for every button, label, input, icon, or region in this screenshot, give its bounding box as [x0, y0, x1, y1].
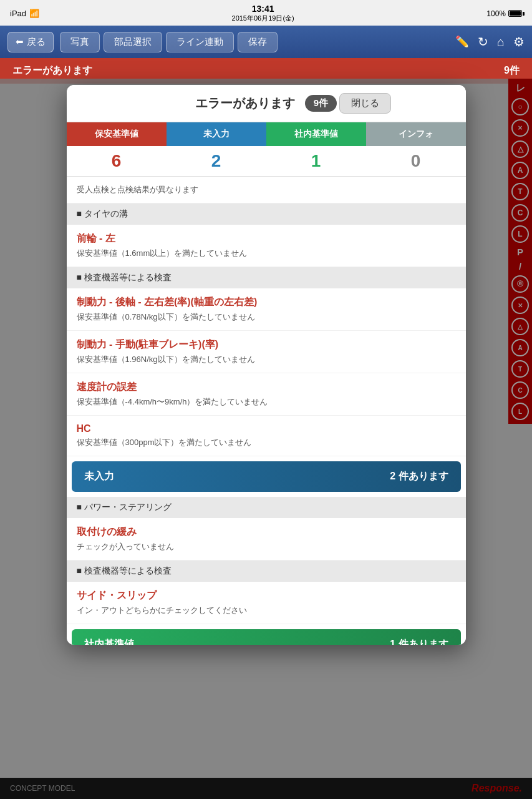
back-button[interactable]: ⬅ 戻る [7, 32, 54, 52]
error-summary-table: 保安基準値 未入力 社内基準値 インフォ 6 2 1 0 [67, 122, 466, 177]
wifi-icon: 📶 [29, 9, 39, 18]
error-desc-loose: チェックが入っていません [77, 541, 456, 552]
refresh-icon[interactable]: ↻ [478, 34, 488, 49]
error-desc-brake1: 保安基準値（0.78N/kg以下）を満たしていません [77, 311, 456, 323]
error-item-brake1: 制動力 - 後軸 - 左右差(率)(軸重の左右差) 保安基準値（0.78N/kg… [67, 288, 466, 331]
modal-badge: 9件 [305, 95, 337, 112]
ipad-screen: iPad 📶 13:41 2015年06月19日(金) 100% ⬅ 戻る 写真… [0, 0, 532, 799]
error-desc-hc: 保安基準値（300ppm以下）を満たしていません [77, 437, 456, 448]
modal-close-button[interactable]: 閉じる [339, 93, 391, 114]
green-section-header: 社内基準値 1 件あります [72, 629, 461, 645]
pencil-icon[interactable]: ✏️ [455, 35, 469, 49]
error-modal: エラーがあります 9件 閉じる 保安基準値 未入力 社内基準値 インフォ 6 2… [67, 85, 466, 645]
first-note-desc: 受人点検と点検結果が異なります [77, 184, 456, 195]
error-banner-count: 9件 [504, 64, 520, 77]
time-display: 13:41 [232, 4, 294, 14]
green-section-count: 1 件あります [390, 638, 448, 645]
green-section-label: 社内基準値 [84, 638, 134, 645]
count-uninput: 2 [167, 146, 266, 176]
count-info: 0 [366, 146, 466, 176]
error-banner-label: エラーがあります [12, 64, 92, 77]
back-arrow-icon: ⬅ [16, 36, 24, 47]
battery-label: 100% [486, 9, 506, 18]
tab-parts[interactable]: 部品選択 [104, 32, 162, 52]
first-note-item: 受人点検と点検結果が異なります [67, 177, 466, 203]
error-item-front-left: 前輪 - 左 保安基準値（1.6mm以上）を満たしていません [67, 225, 466, 267]
modal-title: エラーがあります [195, 95, 295, 112]
section-inspection: ■ 検査機器等による検査 [67, 267, 466, 288]
tab-line[interactable]: ライン連動 [166, 32, 234, 52]
error-desc-front-left: 保安基準値（1.6mm以上）を満たしていません [77, 248, 456, 259]
header-internal: 社内基準値 [266, 122, 366, 146]
battery-icon [508, 10, 522, 17]
section-power-label: ■ パワー・ステアリング [77, 502, 172, 513]
count-safety: 6 [67, 146, 167, 176]
section-inspection2-label: ■ 検査機器等による検査 [77, 566, 172, 577]
section-tire-label: ■ タイヤの溝 [77, 208, 128, 220]
error-title-speed: 速度計の誤差 [77, 381, 456, 394]
error-item-brake2: 制動力 - 手動(駐車ブレーキ)(率) 保安基準値（1.96N/kg以下）を満た… [67, 331, 466, 373]
modal-overlay: エラーがあります 9件 閉じる 保安基準値 未入力 社内基準値 インフォ 6 2… [0, 79, 532, 799]
blue-section-label: 未入力 [84, 470, 114, 483]
back-label: 戻る [27, 36, 46, 48]
error-desc-speed: 保安基準値（-4.4km/h〜9km/h）を満たしていません [77, 396, 456, 408]
error-title-brake1: 制動力 - 後軸 - 左右差(率)(軸重の左右差) [77, 296, 456, 309]
nav-tabs: 写真 部品選択 ライン連動 保存 [60, 32, 449, 52]
device-label: iPad [10, 9, 26, 18]
modal-body[interactable]: 受人点検と点検結果が異なります ■ タイヤの溝 前輪 - 左 保安基準値（1.6… [67, 177, 466, 645]
error-desc-brake2: 保安基準値（1.96N/kg以下）を満たしていません [77, 354, 456, 365]
nav-icons: ✏️ ↻ ⌂ ⚙ [455, 34, 525, 49]
error-item-sideslip: サイド・スリップ イン・アウトどちらかにチェックしてください [67, 582, 466, 624]
section-tire: ■ タイヤの溝 [67, 203, 466, 225]
section-inspection-label: ■ 検査機器等による検査 [77, 272, 172, 283]
status-left: iPad 📶 [10, 9, 39, 18]
header-uninput: 未入力 [167, 122, 266, 146]
status-bar: iPad 📶 13:41 2015年06月19日(金) 100% [0, 0, 532, 26]
error-item-hc: HC 保安基準値（300ppm以下）を満たしていません [67, 416, 466, 456]
tab-save[interactable]: 保存 [238, 32, 278, 52]
error-title-loose: 取付けの緩み [77, 526, 456, 539]
count-internal: 1 [266, 146, 366, 176]
settings-icon[interactable]: ⚙ [513, 34, 525, 49]
modal-header: エラーがあります 9件 閉じる [67, 85, 466, 122]
status-center: 13:41 2015年06月19日(金) [232, 4, 294, 23]
section-inspection2: ■ 検査機器等による検査 [67, 561, 466, 582]
header-safety: 保安基準値 [67, 122, 167, 146]
error-title-sideslip: サイド・スリップ [77, 589, 456, 602]
date-display: 2015年06月19日(金) [232, 14, 294, 23]
header-info: インフォ [366, 122, 466, 146]
error-title-brake2: 制動力 - 手動(駐車ブレーキ)(率) [77, 338, 456, 351]
tab-photos[interactable]: 写真 [60, 32, 100, 52]
nav-bar: ⬅ 戻る 写真 部品選択 ライン連動 保存 ✏️ ↻ ⌂ ⚙ [0, 26, 532, 58]
home-icon[interactable]: ⌂ [497, 35, 505, 49]
error-title-front-left: 前輪 - 左 [77, 232, 456, 245]
error-desc-sideslip: イン・アウトどちらかにチェックしてください [77, 605, 456, 616]
blue-section-count: 2 件あります [390, 470, 448, 483]
error-item-loose: 取付けの緩み チェックが入っていません [67, 518, 466, 561]
blue-section-header: 未入力 2 件あります [72, 461, 461, 492]
status-right: 100% [486, 9, 522, 18]
error-title-hc: HC [77, 423, 456, 434]
error-item-speed: 速度計の誤差 保安基準値（-4.4km/h〜9km/h）を満たしていません [67, 373, 466, 416]
section-power-steering: ■ パワー・ステアリング [67, 497, 466, 518]
